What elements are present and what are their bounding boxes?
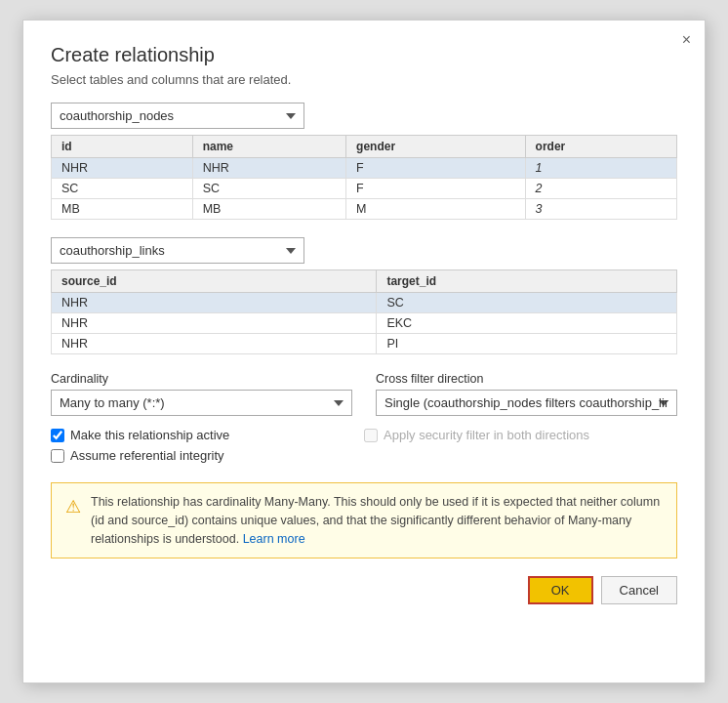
create-relationship-dialog: × Create relationship Select tables and … xyxy=(22,20,706,683)
security-checkbox[interactable] xyxy=(364,429,378,442)
cell-name: SC xyxy=(192,179,345,199)
table2-col-source: source_id xyxy=(52,270,377,293)
table-row[interactable]: NHR NHR F 1 xyxy=(52,158,677,179)
table1-col-id: id xyxy=(52,136,193,158)
table-row[interactable]: NHR SC xyxy=(52,293,677,313)
close-button[interactable]: × xyxy=(682,32,691,48)
table1-data-table: id name gender order NHR NHR F 1 SC SC F… xyxy=(51,135,677,220)
cell-gender: F xyxy=(346,179,525,199)
cell-target: SC xyxy=(377,293,677,313)
cell-order: 3 xyxy=(525,199,676,220)
integrity-checkbox[interactable] xyxy=(51,449,64,463)
ok-button[interactable]: OK xyxy=(528,576,593,604)
left-checkboxes: Make this relationship active Assume ref… xyxy=(51,428,364,469)
cell-target: PI xyxy=(377,334,677,354)
active-checkbox-row: Make this relationship active xyxy=(51,428,364,442)
cell-gender: M xyxy=(346,199,525,220)
crossfilter-col: Cross filter direction Single (coauthors… xyxy=(376,372,677,416)
dialog-title: Create relationship xyxy=(51,44,677,66)
warning-icon: ⚠ xyxy=(65,494,81,520)
cell-name: NHR xyxy=(192,158,345,179)
cell-source: NHR xyxy=(52,313,377,334)
table-row[interactable]: MB MB M 3 xyxy=(52,199,677,220)
crossfilter-dropdown[interactable]: Single (coauthorship_nodes filters coaut… xyxy=(376,390,677,416)
cell-id: NHR xyxy=(52,158,193,179)
cell-target: EKC xyxy=(377,313,677,334)
table-row[interactable]: NHR PI xyxy=(52,334,677,354)
cell-source: NHR xyxy=(52,293,377,313)
cardinality-label: Cardinality xyxy=(51,372,352,386)
cell-source: NHR xyxy=(52,334,377,354)
table1-dropdown-container: coauthorship_nodes xyxy=(51,103,677,129)
cardinality-dropdown[interactable]: Many to many (*:*) Many to one (*:1) One… xyxy=(51,390,352,416)
dialog-footer: OK Cancel xyxy=(51,576,677,604)
table1-dropdown[interactable]: coauthorship_nodes xyxy=(51,103,304,129)
warning-text: This relationship has cardinality Many-M… xyxy=(91,493,663,548)
cancel-button[interactable]: Cancel xyxy=(601,576,677,604)
table-row[interactable]: SC SC F 2 xyxy=(52,179,677,199)
dialog-subtitle: Select tables and columns that are relat… xyxy=(51,72,677,87)
cardinality-crossfilter-row: Cardinality Many to many (*:*) Many to o… xyxy=(51,372,677,416)
cell-id: SC xyxy=(52,179,193,199)
learn-more-link[interactable]: Learn more xyxy=(243,532,305,546)
checkboxes-section: Make this relationship active Assume ref… xyxy=(51,428,677,469)
integrity-label: Assume referential integrity xyxy=(70,448,224,463)
active-checkbox[interactable] xyxy=(51,429,64,442)
table2-col-target: target_id xyxy=(377,270,677,293)
security-checkbox-row: Apply security filter in both directions xyxy=(364,428,677,442)
integrity-checkbox-row: Assume referential integrity xyxy=(51,448,364,463)
cell-order: 1 xyxy=(525,158,676,179)
table2-dropdown-container: coauthorship_links xyxy=(51,237,677,264)
cell-id: MB xyxy=(52,199,193,220)
cardinality-col: Cardinality Many to many (*:*) Many to o… xyxy=(51,372,352,416)
crossfilter-label: Cross filter direction xyxy=(376,372,677,386)
security-label: Apply security filter in both directions xyxy=(384,428,589,442)
right-checkboxes: Apply security filter in both directions xyxy=(364,428,677,469)
warning-box: ⚠ This relationship has cardinality Many… xyxy=(51,482,677,558)
active-label: Make this relationship active xyxy=(70,428,229,442)
table-row[interactable]: NHR EKC xyxy=(52,313,677,334)
cell-name: MB xyxy=(192,199,345,220)
table2-data-table: source_id target_id NHR SC NHR EKC NHR P… xyxy=(51,269,677,354)
table1-col-gender: gender xyxy=(346,136,525,158)
table1-col-name: name xyxy=(192,136,345,158)
cell-gender: F xyxy=(346,158,525,179)
table2-dropdown[interactable]: coauthorship_links xyxy=(51,237,304,264)
cell-order: 2 xyxy=(525,179,676,199)
table1-col-order: order xyxy=(525,136,676,158)
